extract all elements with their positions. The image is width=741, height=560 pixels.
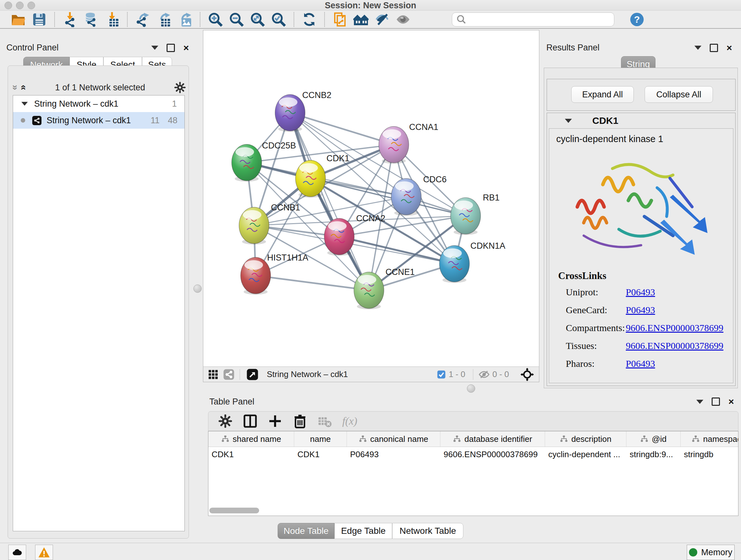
network-collection-row[interactable]: String Network – cdk1 1 [13, 96, 185, 112]
footer-separator [240, 369, 240, 380]
column-header--id[interactable]: @id [626, 431, 681, 447]
collapse-all-button[interactable]: Collapse All [645, 86, 713, 103]
column-header-namespace[interactable]: namespace [681, 431, 738, 447]
table-cell[interactable]: CDK1 [294, 447, 347, 462]
export-network-icon[interactable] [132, 11, 153, 27]
table-cell[interactable]: 9606.ENSP00000378699 [441, 447, 545, 462]
table-panel-float-icon[interactable] [712, 397, 720, 406]
table-horizontal-scrollbar[interactable] [209, 508, 737, 513]
node-label-ccna2: CCNA2 [356, 213, 386, 223]
column-header-canonical-name[interactable]: canonical name [347, 431, 441, 447]
table-cell[interactable]: stringdb:9... [626, 447, 681, 462]
table-cell[interactable]: CDK1 [208, 447, 294, 462]
table-row[interactable]: CDK1CDK1P064939606.ENSP00000378699cyclin… [208, 447, 738, 462]
control-panel-close-icon[interactable]: × [183, 45, 189, 51]
grid-view-icon[interactable] [208, 369, 219, 380]
network-node-ccna1[interactable]: CCNA1 [379, 122, 439, 164]
zoom-in-icon[interactable] [205, 11, 226, 27]
import-table-icon[interactable] [102, 11, 123, 27]
table-cell[interactable]: stringdb [681, 447, 738, 462]
crosslink-row: Tissues:9606.ENSP00000378699 [566, 340, 733, 351]
column-header-name[interactable]: name [294, 431, 347, 447]
results-panel-float-icon[interactable] [710, 44, 718, 52]
crosslink-value-link[interactable]: P06493 [626, 287, 655, 298]
network-node-rb1[interactable]: RB1 [451, 193, 500, 235]
column-header-shared-name[interactable]: shared name [208, 431, 294, 447]
save-session-icon[interactable] [29, 11, 50, 27]
tab-network-table[interactable]: Network Table [392, 523, 463, 539]
toolbar-separator [127, 12, 128, 27]
import-network-icon[interactable] [59, 11, 80, 27]
table-settings-gear-icon[interactable] [213, 413, 238, 429]
warning-button[interactable] [35, 545, 53, 560]
tree-options-gear-icon[interactable] [174, 81, 186, 94]
network-node-ccnb2[interactable]: CCNB2 [275, 90, 332, 132]
table-panel-menu-icon[interactable] [696, 400, 703, 404]
open-file-icon[interactable] [8, 11, 29, 27]
crosslink-label: Pharos: [566, 358, 626, 369]
result-entry-header[interactable]: CDK1 [547, 113, 735, 128]
selected-checkbox-icon[interactable] [436, 370, 446, 379]
results-panel-close-icon[interactable]: × [726, 45, 732, 51]
expand-all-button[interactable]: Expand All [571, 86, 634, 103]
refresh-layout-icon[interactable] [299, 11, 320, 27]
home-networks-icon[interactable] [350, 11, 372, 27]
export-image-icon[interactable] [174, 11, 195, 27]
crosslinks-list: Uniprot:P06493GeneCard:P06493Compartment… [549, 282, 733, 369]
zoom-selected-icon[interactable] [268, 11, 289, 27]
column-label: database identifier [464, 434, 532, 444]
tab-node-table[interactable]: Node Table [278, 523, 334, 539]
network-node-cdkn1a[interactable]: CDKN1A [440, 241, 506, 283]
birds-eye-view-icon[interactable] [246, 368, 259, 381]
network-view-title: String Network – cdk1 [267, 369, 432, 379]
crosslink-value-link[interactable]: 9606.ENSP00000378699 [626, 322, 724, 333]
left-splitter-handle[interactable] [193, 285, 202, 293]
search-icon [456, 14, 467, 25]
memory-button[interactable]: Memory [687, 545, 735, 560]
expand-all-tree-icon[interactable]: « [18, 85, 29, 90]
network-row-selected[interactable]: String Network – cdk1 11 48 [13, 112, 185, 129]
network-node-hist1h1a[interactable]: HIST1H1A [241, 253, 308, 295]
help-button[interactable]: ? [630, 13, 644, 26]
add-column-icon[interactable] [263, 413, 287, 429]
node-table[interactable]: shared namenamecanonical namedatabase id… [208, 431, 738, 516]
hidden-eye-slash-icon[interactable] [478, 369, 490, 380]
cloud-button[interactable] [8, 545, 26, 560]
network-canvas[interactable]: CCNB2CCNA1CDC25BCDK1CDC6RB1CCNB1CCNA2CDK… [203, 30, 539, 367]
horizontal-splitter-handle[interactable] [467, 384, 475, 393]
crosslink-value-link[interactable]: P06493 [626, 358, 655, 369]
duplicate-document-icon[interactable] [329, 11, 350, 27]
delete-column-icon[interactable] [287, 413, 313, 429]
crosslink-value-link[interactable]: 9606.ENSP00000378699 [626, 340, 724, 351]
hide-panel-eye-icon[interactable] [372, 11, 393, 27]
control-panel-title: Control Panel [6, 43, 59, 53]
tab-edge-table[interactable]: Edge Table [334, 523, 392, 539]
import-network-database-icon[interactable] [80, 11, 102, 27]
show-columns-icon[interactable] [238, 413, 263, 429]
table-cell[interactable]: P06493 [347, 447, 441, 462]
zoom-out-icon[interactable] [226, 11, 247, 27]
network-share-view-icon[interactable] [223, 369, 234, 380]
crosslink-value-link[interactable]: P06493 [626, 305, 655, 315]
fit-crosshair-icon[interactable] [521, 368, 534, 381]
search-input[interactable] [467, 14, 605, 24]
table-cell[interactable]: cyclin-dependent ... [545, 447, 626, 462]
show-eye-icon[interactable] [393, 11, 414, 27]
collapse-all-tree-icon[interactable]: « [9, 85, 19, 90]
toolbar-search[interactable] [452, 12, 614, 26]
crosslink-row: Compartments:9606.ENSP00000378699 [566, 322, 733, 333]
column-header-database-identifier[interactable]: database identifier [441, 431, 545, 447]
entry-collapse-icon[interactable] [565, 119, 572, 123]
scrollbar-thumb[interactable] [209, 508, 259, 513]
results-panel-menu-icon[interactable] [694, 46, 701, 50]
network-node-ccne1[interactable]: CCNE1 [354, 267, 415, 309]
collection-expand-icon[interactable] [21, 102, 28, 106]
table-panel-close-icon[interactable]: × [728, 398, 734, 405]
column-header-description[interactable]: description [545, 431, 626, 447]
control-panel-float-icon[interactable] [166, 44, 175, 52]
control-panel-menu-icon[interactable] [151, 46, 158, 50]
zoom-fit-icon[interactable] [247, 11, 268, 27]
entry-detail-box: cyclin-dependent kinase 1 C [549, 128, 733, 383]
hidden-counts: 0 - 0 [492, 369, 509, 379]
export-table-icon[interactable] [153, 11, 174, 27]
